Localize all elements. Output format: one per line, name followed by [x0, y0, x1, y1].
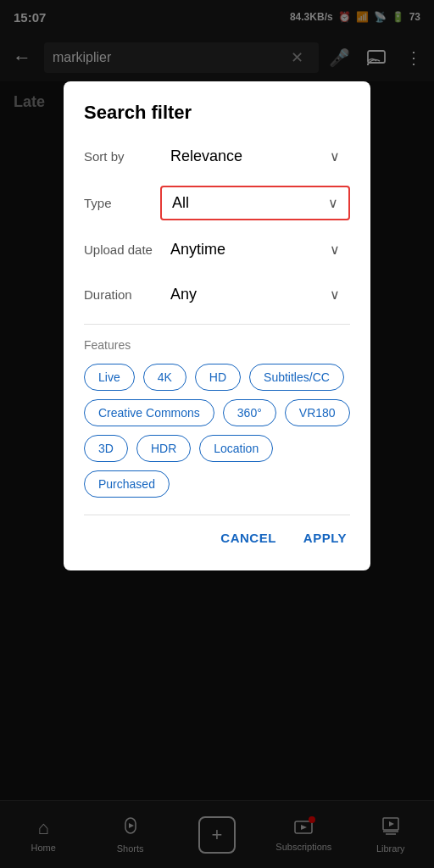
chip-location[interactable]: Location — [199, 435, 273, 462]
chip-360[interactable]: 360° — [223, 399, 276, 426]
cancel-button[interactable]: CANCEL — [217, 522, 280, 554]
chip-4k[interactable]: 4K — [143, 364, 186, 391]
type-value: All — [172, 194, 189, 212]
apply-button[interactable]: APPLY — [300, 522, 350, 554]
chip-3d[interactable]: 3D — [84, 435, 128, 462]
type-chevron-icon: ∨ — [328, 195, 338, 211]
upload-date-label: Upload date — [84, 242, 160, 259]
chip-subtitles-cc[interactable]: Subtitles/CC — [249, 364, 344, 391]
modal-title: Search filter — [84, 102, 350, 124]
modal-actions: CANCEL APPLY — [84, 515, 350, 554]
type-select[interactable]: All ∨ — [160, 186, 350, 220]
features-label: Features — [84, 338, 350, 352]
duration-label: Duration — [84, 287, 160, 303]
chip-hdr[interactable]: HDR — [136, 435, 191, 462]
upload-date-select[interactable]: Anytime ∨ — [160, 234, 350, 265]
chip-hd[interactable]: HD — [195, 364, 241, 391]
duration-value: Any — [170, 286, 197, 303]
chip-purchased[interactable]: Purchased — [84, 470, 170, 498]
duration-row: Duration Any ∨ — [84, 279, 350, 310]
type-label: Type — [84, 195, 160, 212]
sort-by-label: Sort by — [84, 148, 160, 165]
divider — [84, 324, 350, 325]
chip-creative-commons[interactable]: Creative Commons — [84, 399, 214, 426]
upload-date-row: Upload date Anytime ∨ — [84, 234, 350, 265]
feature-chips: Live 4K HD Subtitles/CC Creative Commons… — [84, 364, 350, 498]
sort-by-chevron-icon: ∨ — [330, 148, 340, 164]
search-filter-modal: Search filter Sort by Relevance ∨ Type A… — [64, 81, 370, 570]
sort-by-value: Relevance — [170, 147, 242, 165]
duration-chevron-icon: ∨ — [330, 287, 340, 303]
upload-date-value: Anytime — [170, 241, 225, 259]
sort-by-row: Sort by Relevance ∨ — [84, 141, 350, 172]
chip-vr180[interactable]: VR180 — [285, 399, 350, 426]
upload-date-chevron-icon: ∨ — [330, 242, 340, 258]
sort-by-select[interactable]: Relevance ∨ — [160, 141, 350, 172]
type-row: Type All ∨ — [84, 186, 350, 220]
duration-select[interactable]: Any ∨ — [160, 279, 350, 310]
chip-live[interactable]: Live — [84, 364, 135, 391]
